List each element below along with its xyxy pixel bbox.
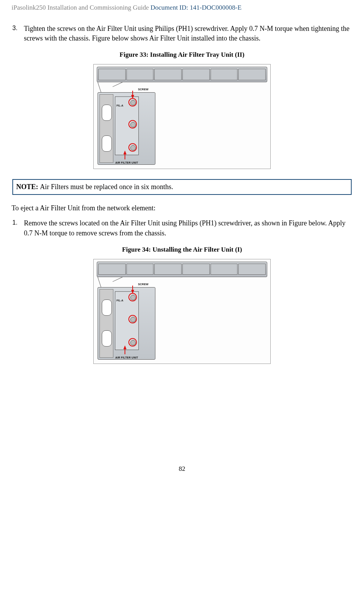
air-filter-unit-label: AIR FILTER UNIT <box>115 161 138 165</box>
eject-intro: To eject a Air Filter Unit from the netw… <box>12 203 352 213</box>
arrow-down-icon <box>131 95 134 99</box>
chassis-diagram <box>97 262 267 277</box>
page-number: 82 <box>12 464 352 474</box>
figure-33-caption: Figure 33: Installing Air Filter Tray Un… <box>12 50 352 59</box>
unit-arrow-icon <box>125 154 125 159</box>
header-docid: Document ID: 141-DOC000008-E <box>150 4 241 11</box>
screw-indicator-icon <box>128 120 137 129</box>
arrow-up-icon <box>123 151 126 154</box>
unit-arrow-icon <box>125 349 125 354</box>
note-text: Air Filters must be replaced once in six… <box>40 183 173 191</box>
figure-34-image: FIL-A SCREW AIR FILTER UNIT <box>93 259 271 364</box>
note-box: NOTE: Air Filters must be replaced once … <box>12 179 352 195</box>
header-title: iPasolink250 Installation and Commission… <box>12 4 150 11</box>
screw-indicator-icon <box>128 143 137 152</box>
screw-indicator-icon <box>128 293 137 301</box>
note-label: NOTE: <box>16 183 40 191</box>
chassis-diagram <box>97 67 267 82</box>
screw-label: SCREW <box>138 88 148 91</box>
step-text: Tighten the screws on the Air Filter Uni… <box>23 24 352 43</box>
step-3: 3. Tighten the screws on the Air Filter … <box>12 24 352 43</box>
figure-33-image: FIL-A SCREW AIR FILTER UNIT <box>93 64 271 169</box>
step-text: Remove the screws located on the Air Fil… <box>23 218 352 238</box>
screw-label: SCREW <box>138 282 148 286</box>
step-number: 1. <box>12 218 23 238</box>
screw-indicator-icon <box>128 338 137 347</box>
fil-label: FIL-A <box>116 299 123 303</box>
page: iPasolink250 Installation and Commission… <box>0 0 364 481</box>
screw-indicator-icon <box>128 315 137 323</box>
step-number: 3. <box>12 24 23 43</box>
screw-indicator-icon <box>128 98 137 107</box>
figure-34-caption: Figure 34: Unstalling the Air Filter Uni… <box>12 245 352 254</box>
zoom-panel: FIL-A <box>98 287 155 360</box>
page-header: iPasolink250 Installation and Commission… <box>12 3 352 12</box>
fil-label: FIL-A <box>116 104 123 108</box>
step-1: 1. Remove the screws located on the Air … <box>12 218 352 238</box>
zoom-panel: FIL-A <box>98 92 155 165</box>
arrow-down-icon <box>131 290 134 294</box>
arrow-up-icon <box>123 345 126 349</box>
air-filter-unit-label: AIR FILTER UNIT <box>115 356 138 360</box>
